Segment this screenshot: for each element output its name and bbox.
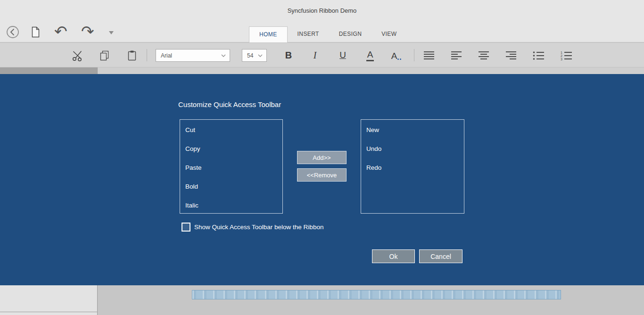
scissors-icon [71,50,83,62]
svg-text:3: 3 [561,58,562,61]
chevron-down-icon [258,54,263,57]
ribbon-separator [147,49,147,61]
underline-button[interactable]: U [337,48,348,62]
chevron-down-icon [109,31,114,34]
paste-button[interactable] [126,50,138,64]
highlight-dot [397,58,399,60]
align-justify-icon [424,51,435,60]
align-right-icon [506,51,517,60]
list-item[interactable]: Redo [361,158,464,177]
redo-button[interactable]: ↷ [81,23,94,41]
list-item[interactable]: Paste [180,158,282,177]
chevron-down-icon [221,54,226,57]
align-left-icon [451,51,462,60]
italic-button[interactable]: I [309,48,321,62]
new-document-button[interactable] [29,26,41,40]
highlight-icon: A [391,50,397,62]
numbered-list-button[interactable]: 1 2 3 [561,51,573,62]
title-bar: Syncfusion Ribbon Demo [0,0,644,21]
quick-access-toolbar-row: ↶ ↷ HOME INSERT DESIGN VIEW [0,21,644,42]
cancel-button[interactable]: Cancel [419,249,462,263]
undo-button[interactable]: ↶ [54,23,67,41]
list-item[interactable]: Cut [180,121,282,140]
copy-button[interactable] [99,50,111,64]
checkbox-label[interactable]: Show Quick Access Toolbar below the Ribb… [194,224,323,231]
list-item[interactable]: Bold [180,177,282,196]
redo-icon: ↷ [81,22,94,41]
show-below-ribbon-checkbox[interactable] [182,223,190,232]
bullet-list-button[interactable] [533,51,545,62]
back-button[interactable] [6,25,19,41]
content-strip [0,67,644,74]
ok-button[interactable]: Ok [372,249,415,263]
tab-view[interactable]: VIEW [372,26,406,42]
font-size-combobox[interactable]: 54 [242,49,267,62]
tab-insert[interactable]: INSERT [288,26,329,42]
copy-icon [99,50,111,62]
font-color-button[interactable]: A [364,48,376,62]
dialog-title: Customize Quick Access Toolbar [178,100,281,108]
font-family-value: Arial [161,52,172,59]
show-below-ribbon-row: Show Quick Access Toolbar below the Ribb… [182,223,323,232]
available-commands-listbox[interactable]: Cut Copy Paste Bold Italic [180,119,283,214]
document-decorated-band [192,290,561,299]
align-right-button[interactable] [506,51,517,62]
remove-button[interactable]: <<Remove [297,168,347,182]
document-area [0,285,644,315]
new-document-icon [29,26,41,38]
font-family-combobox[interactable]: Arial [156,49,230,62]
ribbon-content: Arial 54 B I U A A [0,43,644,67]
list-item[interactable]: Italic [180,196,282,215]
bold-button[interactable]: B [283,48,294,62]
undo-icon: ↶ [54,22,67,41]
bullet-list-icon [533,51,545,60]
align-left-button[interactable] [451,51,462,62]
back-icon [6,25,19,39]
left-panel-selected-item [0,67,98,74]
tab-design[interactable]: DESIGN [329,26,372,42]
align-center-icon [479,51,490,60]
customize-qat-dialog: Customize Quick Access Toolbar Cut Copy … [0,74,644,285]
highlight-dot [400,58,401,60]
ribbon-tabs: HOME INSERT DESIGN VIEW [249,26,407,42]
align-justify-button[interactable] [424,51,435,62]
numbered-list-icon: 1 2 3 [561,51,573,60]
cut-button[interactable] [71,50,83,64]
panel-divider [0,312,97,312]
left-panel [0,285,98,315]
tab-home[interactable]: HOME [249,26,288,42]
qat-customize-dropdown[interactable] [109,31,114,34]
font-size-value: 54 [247,52,253,59]
list-item[interactable]: Copy [180,140,282,158]
selected-commands-listbox[interactable]: New Undo Redo [361,119,464,214]
font-color-icon: A [366,50,374,61]
highlight-color-button[interactable]: A [389,48,404,62]
list-item[interactable]: Undo [361,140,464,158]
svg-text:2: 2 [561,54,562,58]
list-item[interactable]: New [361,121,464,140]
align-center-button[interactable] [479,51,490,62]
ribbon-separator [414,49,414,61]
clipboard-icon [126,50,138,62]
window-title: Syncfusion Ribbon Demo [0,0,644,21]
add-button[interactable]: Add>> [297,151,347,164]
